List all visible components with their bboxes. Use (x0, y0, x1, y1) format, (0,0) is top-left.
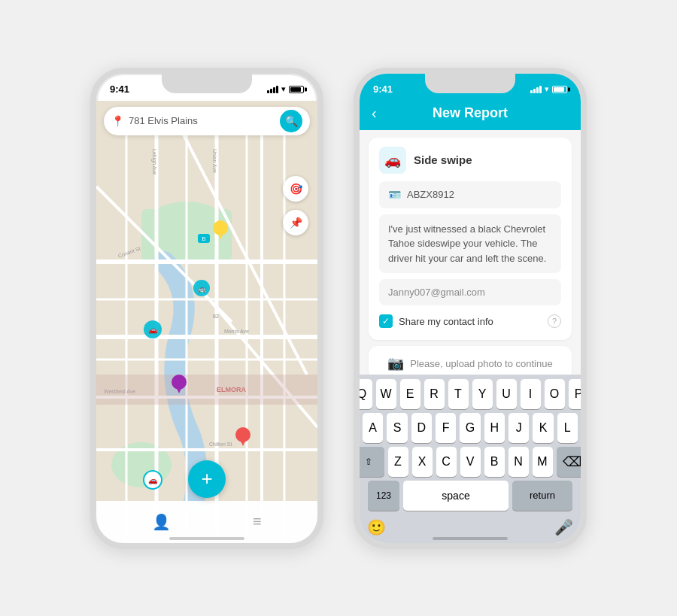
key-v[interactable]: V (460, 447, 481, 477)
signal-bar-r2 (533, 89, 536, 93)
key-t[interactable]: T (448, 379, 469, 409)
return-key[interactable]: return (512, 481, 572, 511)
add-fab-button[interactable]: + (188, 460, 226, 498)
key-p[interactable]: P (569, 379, 581, 409)
key-m[interactable]: M (533, 447, 553, 477)
svg-text:B: B (202, 235, 205, 242)
battery-icon-right (552, 86, 567, 93)
key-f[interactable]: F (436, 413, 456, 443)
key-i[interactable]: I (521, 379, 541, 409)
plate-field[interactable]: 🪪 ABZX8912 (379, 181, 561, 208)
key-e[interactable]: E (400, 379, 420, 409)
photo-upload-card[interactable]: 📷 Please, upload photo to continue (369, 346, 572, 375)
key-a[interactable]: A (363, 413, 383, 443)
space-key[interactable]: space (403, 481, 509, 511)
signal-bars-right (530, 86, 542, 93)
svg-text:ELMORA: ELMORA (217, 386, 246, 393)
signal-bar-1 (267, 90, 269, 93)
profile-icon[interactable]: 👤 (152, 513, 171, 531)
keyboard-row-2: A S D F G H J K L (363, 413, 578, 443)
svg-rect-26 (96, 375, 317, 405)
incident-label: Side swipe (414, 153, 472, 166)
phones-container: 9:41 ▾ (90, 68, 587, 549)
keyboard-row-4: 123 space return (363, 481, 578, 511)
share-label: Share my contact info (399, 316, 542, 327)
keyboard-row-3: ⇧ Z X C V B N M ⌫ (363, 447, 578, 477)
key-n[interactable]: N (509, 447, 529, 477)
map-content: Conant St Morris Ave Westfield Ave Chilt… (96, 101, 317, 543)
key-c[interactable]: C (436, 447, 457, 477)
wifi-icon: ▾ (281, 84, 286, 94)
svg-text:82: 82 (213, 314, 219, 319)
report-content: 🚗 Side swipe 🪪 ABZX8912 I've just witnes… (360, 130, 581, 543)
delete-key[interactable]: ⌫ (557, 447, 581, 477)
key-w[interactable]: W (376, 379, 396, 409)
report-header: ‹ New Report (360, 101, 581, 130)
pin-button[interactable]: 📌 (283, 210, 308, 235)
description-field[interactable]: I've just witnessed a black Chevrolet Ta… (379, 214, 561, 274)
key-g[interactable]: G (460, 413, 480, 443)
battery-icon (289, 86, 304, 93)
key-u[interactable]: U (496, 379, 517, 409)
help-icon[interactable]: ? (548, 314, 561, 328)
incident-card[interactable]: 🚗 Side swipe 🪪 ABZX8912 I've just witnes… (369, 138, 572, 341)
svg-text:Lehigh Ave: Lehigh Ave (151, 149, 157, 175)
svg-text:Union Ave: Union Ave (212, 149, 217, 173)
status-bar-right: 9:41 ▾ (360, 74, 581, 101)
key-o[interactable]: O (545, 379, 565, 409)
location-button[interactable]: 🎯 (283, 176, 308, 202)
emoji-key[interactable]: 🙂 (367, 518, 386, 536)
mic-key[interactable]: 🎤 (554, 518, 573, 536)
svg-text:🚗: 🚗 (148, 325, 158, 335)
phone-map: 9:41 ▾ (90, 68, 323, 549)
signal-bars (267, 86, 278, 93)
status-time-left: 9:41 (110, 83, 129, 95)
plate-icon: 🪪 (388, 189, 401, 201)
key-y[interactable]: Y (472, 379, 493, 409)
key-s[interactable]: S (387, 413, 407, 443)
home-indicator (169, 537, 244, 540)
share-contact-row[interactable]: ✓ Share my contact info ? (379, 311, 561, 331)
keyboard: Q W E R T Y U I O P A S D F G (360, 375, 581, 543)
signal-bar-r4 (539, 86, 542, 93)
incident-icon: 🚗 (379, 147, 406, 174)
email-text: Janny007@gmail.com (388, 287, 485, 298)
svg-text:🚌: 🚌 (198, 284, 207, 293)
camera-icon: 📷 (387, 355, 404, 372)
svg-text:Morris Ave: Morris Ave (224, 329, 249, 334)
menu-icon[interactable]: ≡ (253, 513, 262, 530)
report-title: New Report (433, 105, 508, 121)
search-bar[interactable]: 📍 781 Elvis Plains 🔍 (104, 107, 310, 135)
phone-report: 9:41 ▾ ‹ New Report (354, 68, 587, 549)
status-icons-right: ▾ (530, 84, 567, 94)
key-k[interactable]: K (533, 413, 553, 443)
signal-bar-3 (273, 87, 275, 93)
key-h[interactable]: H (484, 413, 505, 443)
key-l[interactable]: L (557, 413, 578, 443)
description-text: I've just witnessed a black Chevrolet Ta… (388, 223, 546, 264)
shift-key[interactable]: ⇧ (360, 447, 384, 477)
key-q[interactable]: Q (360, 379, 372, 409)
keyboard-bottom: 🙂 🎤 (363, 514, 578, 540)
signal-bar-2 (270, 89, 272, 93)
key-z[interactable]: Z (388, 447, 408, 477)
home-indicator-right (433, 537, 508, 540)
search-icon: 🔍 (285, 115, 298, 127)
photo-prompt: Please, upload photo to continue (410, 358, 552, 369)
map-background: Conant St Morris Ave Westfield Ave Chilt… (96, 101, 317, 543)
key-r[interactable]: R (424, 379, 445, 409)
key-b[interactable]: B (484, 447, 505, 477)
signal-bar-4 (276, 86, 278, 93)
key-x[interactable]: X (412, 447, 433, 477)
email-field[interactable]: Janny007@gmail.com (379, 279, 561, 305)
plate-number: ABZX8912 (407, 189, 454, 200)
back-button[interactable]: ‹ (372, 105, 377, 122)
pin-icon: 📌 (290, 217, 302, 229)
status-time-right: 9:41 (373, 83, 393, 95)
search-button[interactable]: 🔍 (280, 110, 302, 132)
share-checkbox[interactable]: ✓ (379, 314, 393, 328)
numbers-key[interactable]: 123 (368, 481, 399, 511)
key-d[interactable]: D (411, 413, 432, 443)
key-j[interactable]: J (509, 413, 529, 443)
wifi-icon-right: ▾ (545, 84, 549, 94)
